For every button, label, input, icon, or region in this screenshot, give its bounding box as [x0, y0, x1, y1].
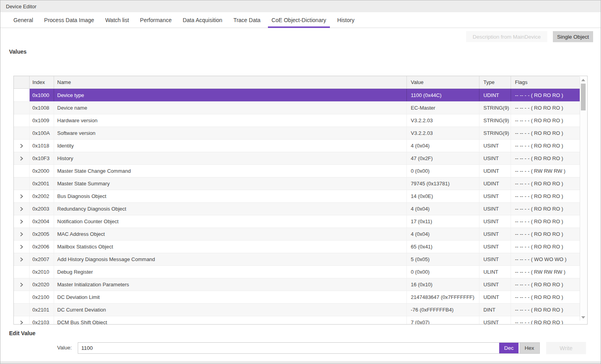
write-button[interactable]: Write	[546, 342, 586, 354]
row-value: -76 (0xFFFFFFB4)	[407, 304, 479, 316]
row-index: 0x1000	[30, 89, 54, 101]
row-flags: -- -- - - ( RO RO RO )	[511, 316, 580, 325]
row-value: 17 (0x11)	[407, 215, 479, 228]
tab-history[interactable]: History	[332, 12, 360, 28]
row-index: 0x1018	[30, 140, 54, 152]
chevron-right-icon[interactable]	[19, 320, 24, 325]
table-row[interactable]: 0x2003 Redundancy Diagnosis Object 4 (0x…	[14, 202, 580, 215]
row-flags: -- -- - - ( RO RO RO )	[511, 177, 580, 190]
row-name: History	[54, 152, 407, 164]
row-name: Identity	[54, 140, 407, 152]
hex-button[interactable]: Hex	[519, 343, 539, 353]
scrollbar-up-arrow-icon[interactable]	[581, 79, 585, 81]
row-flags: -- -- - - ( RO RO RO )	[511, 140, 580, 152]
chevron-right-icon[interactable]	[19, 194, 24, 199]
chevron-right-icon[interactable]	[19, 257, 24, 262]
scrollbar-down-arrow-icon[interactable]	[581, 316, 585, 319]
row-index: 0x2006	[30, 241, 54, 253]
row-name: Hardware version	[54, 114, 407, 127]
row-flags: -- -- - - ( RW RW RW )	[511, 266, 580, 278]
row-type: UDINT	[479, 89, 511, 101]
row-index: 0x2101	[30, 304, 54, 316]
row-index: 0x2003	[30, 203, 54, 215]
table-row[interactable]: 0x1000 Device type 1100 (0x44C) UDINT --…	[14, 89, 580, 101]
row-value: 4 (0x04)	[407, 203, 479, 215]
row-index: 0x1008	[30, 102, 54, 114]
expander-cell	[14, 253, 30, 265]
row-index: 0x2100	[30, 291, 54, 303]
row-flags: -- -- - - ( RO RO RO )	[511, 152, 580, 164]
chevron-right-icon[interactable]	[19, 219, 24, 224]
row-index: 0x1009	[30, 114, 54, 127]
table-row[interactable]: 0x2010 Debug Register 0 (0x00) ULINT -- …	[14, 265, 580, 278]
tab-trace-data[interactable]: Trace Data	[228, 12, 266, 28]
expander-cell	[14, 203, 30, 215]
table-row[interactable]: 0x1018 Identity 4 (0x04) USINT -- -- - -…	[14, 139, 580, 152]
row-value: 14 (0x0E)	[407, 190, 479, 202]
table-row[interactable]: 0x1008 Device name EC-Master STRING(9) -…	[14, 101, 580, 114]
table-row[interactable]: 0x100A Software version V3.2.2.03 STRING…	[14, 127, 580, 139]
table-row[interactable]: 0x2101 DC Current Deviation -76 (0xFFFFF…	[14, 303, 580, 316]
tab-coe-object-dictionary[interactable]: CoE Object-Dictionary	[266, 12, 332, 28]
value-label: Value:	[40, 345, 72, 351]
chevron-right-icon[interactable]	[19, 282, 24, 287]
table-row[interactable]: 0x2103 DCM Bus Shift Object 7 (0x07) USI…	[14, 316, 580, 325]
row-value: EC-Master	[407, 102, 479, 114]
row-name: Device name	[54, 102, 407, 114]
table-row[interactable]: 0x2006 Mailbox Statistics Object 65 (0x4…	[14, 240, 580, 253]
row-index: 0x2020	[30, 278, 54, 291]
row-name: DCM Bus Shift Object	[54, 316, 407, 325]
tab-general[interactable]: General	[8, 12, 39, 28]
tab-watch-list[interactable]: Watch list	[100, 12, 135, 28]
window-bottom-edge	[0, 361, 601, 364]
tab-process-data-image[interactable]: Process Data Image	[39, 12, 100, 28]
row-flags: -- -- - - ( RO RO RO )	[511, 304, 580, 316]
row-index: 0x2001	[30, 177, 54, 190]
row-value: 0 (0x00)	[407, 165, 479, 177]
row-flags: -- -- - - ( RO RO RO )	[511, 203, 580, 215]
header-index[interactable]: Index	[30, 76, 54, 88]
table-row[interactable]: 0x2005 MAC Address Object 4 (0x04) USINT…	[14, 228, 580, 240]
chevron-right-icon[interactable]	[19, 245, 24, 249]
row-value: 47 (0x2F)	[407, 152, 479, 164]
chevron-right-icon[interactable]	[19, 232, 24, 237]
header-flags[interactable]: Flags	[511, 76, 580, 88]
row-flags: -- -- - - ( RO RO RO )	[511, 228, 580, 240]
values-section-heading: Values	[9, 49, 26, 55]
row-type: STRING(9)	[479, 127, 511, 139]
description-from-maindevice-button[interactable]: Description from MainDevice	[466, 31, 547, 42]
row-type: USINT	[479, 203, 511, 215]
row-name: Mailbox Statistics Object	[54, 241, 407, 253]
expander-cell	[14, 152, 30, 164]
table-row[interactable]: 0x2004 Notification Counter Object 17 (0…	[14, 215, 580, 228]
header-name[interactable]: Name	[54, 76, 407, 88]
table-row[interactable]: 0x2100 DC Deviation Limit 2147483647 (0x…	[14, 291, 580, 303]
expander-cell	[14, 89, 30, 101]
table-row[interactable]: 0x2007 Add History Diagnosis Message Com…	[14, 253, 580, 265]
header-type[interactable]: Type	[479, 76, 511, 88]
table-row[interactable]: 0x2002 Bus Diagnosis Object 14 (0x0E) US…	[14, 190, 580, 202]
row-value: 5 (0x05)	[407, 253, 479, 265]
tab-data-acquisition[interactable]: Data Acquisition	[177, 12, 228, 28]
table-row[interactable]: 0x2020 Master Initialization Parameters …	[14, 278, 580, 291]
table-row[interactable]: 0x2001 Master State Summary 79745 (0x137…	[14, 177, 580, 190]
table-row[interactable]: 0x1009 Hardware version V3.2.2.03 STRING…	[14, 114, 580, 127]
table-row[interactable]: 0x2000 Master State Change Command 0 (0x…	[14, 164, 580, 177]
chevron-right-icon[interactable]	[19, 156, 24, 161]
dec-button[interactable]: Dec	[499, 343, 519, 353]
expander-cell	[14, 241, 30, 253]
chevron-right-icon[interactable]	[19, 207, 24, 211]
row-index: 0x100A	[30, 127, 54, 139]
row-type: USINT	[479, 140, 511, 152]
row-index: 0x2002	[30, 190, 54, 202]
table-vertical-scrollbar[interactable]	[580, 77, 586, 321]
single-object-button[interactable]: Single Object	[553, 31, 593, 42]
tab-performance[interactable]: Performance	[135, 12, 177, 28]
row-name: Add History Diagnosis Message Command	[54, 253, 407, 265]
window-titlebar: Device Editor	[0, 0, 601, 12]
value-input[interactable]	[78, 343, 499, 353]
chevron-right-icon[interactable]	[19, 144, 24, 148]
table-row[interactable]: 0x10F3 History 47 (0x2F) USINT -- -- - -…	[14, 152, 580, 164]
header-value[interactable]: Value	[407, 76, 479, 88]
scrollbar-thumb[interactable]	[581, 84, 586, 110]
